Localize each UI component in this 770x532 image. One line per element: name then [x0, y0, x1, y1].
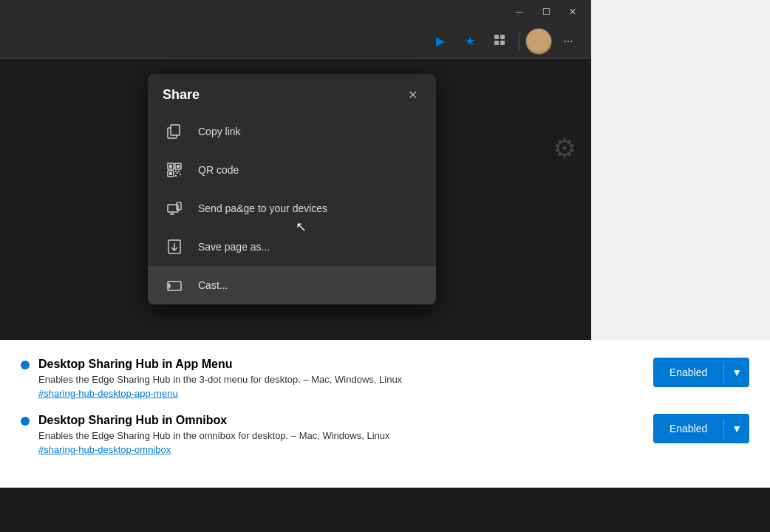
save-page-icon — [163, 235, 186, 259]
svg-rect-9 — [177, 165, 180, 168]
settings-gear-icon: ⚙ — [553, 133, 576, 164]
flag-status-2: Enabled — [653, 423, 723, 434]
flag-link-2[interactable]: #sharing-hub-desktop-omnibox — [38, 444, 638, 455]
flag-dot-1 — [21, 361, 30, 369]
flag-content-2: Desktop Sharing Hub in Omnibox Enables t… — [38, 414, 638, 455]
qr-code-icon — [163, 158, 186, 182]
svg-rect-14 — [177, 172, 178, 174]
save-page-label: Save page as... — [198, 241, 270, 253]
extensions-icon — [493, 33, 506, 50]
flag-content-1: Desktop Sharing Hub in App Menu Enables … — [38, 358, 638, 399]
flag-control-2: Enabled ▼ — [653, 414, 749, 443]
share-title: Share — [163, 87, 200, 103]
minimize-button[interactable]: ─ — [508, 0, 531, 24]
svg-point-24 — [168, 287, 169, 289]
svg-rect-1 — [500, 35, 505, 39]
close-icon: ✕ — [408, 88, 418, 102]
share-item-qr-code[interactable]: QR code — [148, 151, 436, 189]
share-item-copy-link[interactable]: Copy link — [148, 112, 436, 151]
play-button[interactable]: ▶ — [427, 28, 454, 55]
play-icon: ▶ — [436, 34, 445, 48]
flag-desc-2: Enables the Edge Sharing Hub in the omni… — [38, 430, 638, 441]
avatar — [526, 29, 551, 54]
svg-rect-5 — [171, 125, 180, 135]
share-dialog: Share ✕ Copy link — [148, 74, 436, 304]
title-bar: ─ ☐ ✕ — [0, 0, 590, 24]
flag-title-1: Desktop Sharing Hub in App Menu — [38, 358, 638, 371]
flag-link-1[interactable]: #sharing-hub-desktop-app-menu — [38, 388, 638, 399]
copy-link-label: Copy link — [198, 126, 241, 137]
flag-item-desktop-sharing-omnibox: Desktop Sharing Hub in Omnibox Enables t… — [21, 414, 749, 455]
flag-title-2: Desktop Sharing Hub in Omnibox — [38, 414, 638, 427]
send-page-icon — [163, 197, 186, 220]
share-item-cast[interactable]: Cast... — [148, 266, 436, 304]
svg-rect-12 — [175, 171, 177, 172]
copy-link-icon — [163, 120, 186, 143]
svg-rect-2 — [494, 41, 499, 45]
maximize-button[interactable]: ☐ — [534, 0, 558, 24]
browser-window: ─ ☐ ✕ ▶ ★ ··· — [0, 0, 591, 340]
star-icon: ★ — [465, 34, 475, 48]
flag-dot-2 — [21, 417, 30, 426]
flag-dropdown-1[interactable]: Enabled ▼ — [653, 358, 749, 387]
svg-rect-3 — [500, 41, 505, 45]
svg-rect-16 — [175, 175, 177, 177]
extensions-button[interactable] — [486, 28, 513, 55]
cast-icon — [163, 273, 186, 297]
flag-dropdown-2[interactable]: Enabled ▼ — [653, 414, 749, 443]
qr-code-label: QR code — [198, 164, 239, 176]
profile-button[interactable] — [525, 28, 552, 55]
svg-rect-0 — [494, 35, 499, 39]
svg-rect-7 — [169, 165, 172, 168]
right-panel — [591, 0, 770, 340]
share-header: Share ✕ — [148, 74, 436, 112]
flag-dropdown-arrow-2[interactable]: ▼ — [723, 418, 749, 439]
send-page-label: Send pa&ge to your devices — [198, 202, 327, 214]
flags-area: Desktop Sharing Hub in App Menu Enables … — [0, 340, 770, 488]
flag-desc-1: Enables the Edge Sharing Hub in the 3-do… — [38, 374, 638, 385]
share-close-button[interactable]: ✕ — [403, 86, 421, 103]
more-icon: ··· — [563, 35, 573, 48]
cast-label: Cast... — [198, 279, 228, 291]
flag-item-desktop-sharing-app-menu: Desktop Sharing Hub in App Menu Enables … — [21, 358, 749, 399]
favorites-button[interactable]: ★ — [457, 28, 483, 55]
toolbar-divider — [519, 33, 519, 50]
svg-rect-15 — [180, 174, 181, 175]
share-item-save-page[interactable]: Save page as... — [148, 228, 436, 266]
more-button[interactable]: ··· — [555, 28, 582, 55]
flag-control-1: Enabled ▼ — [653, 358, 749, 387]
toolbar: ▶ ★ ··· — [0, 24, 590, 59]
svg-rect-11 — [169, 172, 172, 175]
flag-dropdown-arrow-1[interactable]: ▼ — [723, 362, 749, 383]
share-item-send-page[interactable]: Send pa&ge to your devices — [148, 189, 436, 228]
flag-status-1: Enabled — [653, 366, 723, 378]
svg-rect-18 — [177, 202, 181, 210]
close-button[interactable]: ✕ — [561, 0, 585, 24]
svg-rect-13 — [178, 171, 180, 172]
